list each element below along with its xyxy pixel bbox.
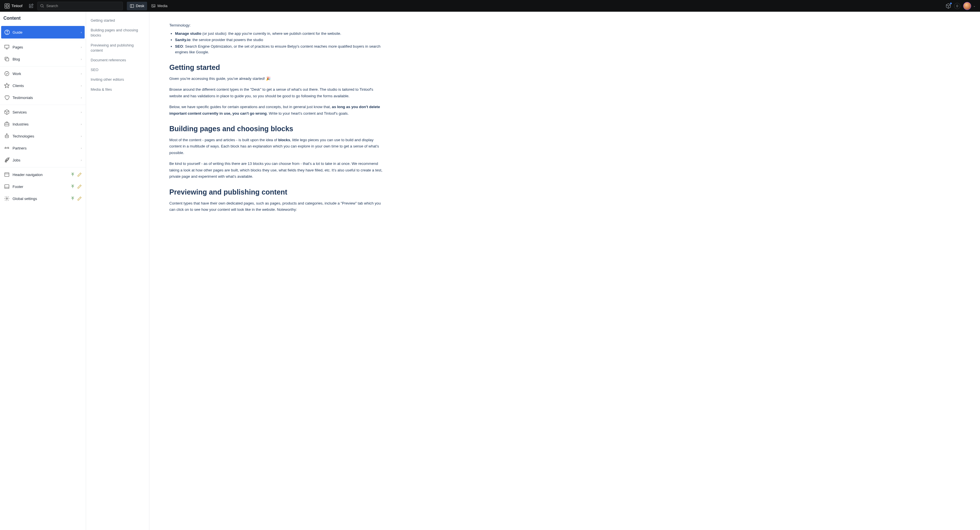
desk-icon bbox=[130, 4, 134, 8]
nav-media[interactable]: Media bbox=[148, 2, 170, 10]
paragraph: Content types that have their own dedica… bbox=[169, 200, 386, 213]
guide-toc: Getting startedBuilding pages and choosi… bbox=[86, 12, 150, 530]
sidebar-item-technologies[interactable]: Technologies› bbox=[1, 130, 85, 142]
toc-item[interactable]: Document references bbox=[89, 55, 146, 65]
search-input[interactable] bbox=[46, 4, 120, 8]
sidebar-item-label: Clients bbox=[13, 84, 81, 88]
user-avatar[interactable] bbox=[963, 2, 971, 10]
sidebar-item-guide[interactable]: Guide› bbox=[1, 26, 85, 38]
presentation-icon bbox=[4, 44, 13, 50]
publish-icon[interactable] bbox=[70, 196, 75, 201]
terminology-item: Manage studio (or just studio): the app … bbox=[175, 31, 386, 37]
nav-desk[interactable]: Desk bbox=[127, 2, 147, 10]
check-circle-icon bbox=[4, 71, 13, 77]
publish-icon[interactable] bbox=[70, 172, 75, 177]
copy-icon bbox=[4, 56, 13, 62]
svg-point-15 bbox=[5, 72, 9, 76]
notification-dot bbox=[950, 3, 952, 4]
paragraph: Given you're accessing this guide, you'v… bbox=[169, 76, 386, 82]
toc-item[interactable]: Previewing and publishing content bbox=[89, 40, 146, 55]
sidebar-item-label: Pages bbox=[13, 45, 81, 49]
count-badge[interactable]: 0 bbox=[954, 3, 960, 9]
sidebar-item-label: Footer bbox=[13, 185, 70, 189]
brand-name: Tinloof bbox=[11, 4, 22, 8]
chevron-right-icon: › bbox=[81, 30, 82, 34]
edit-icon[interactable] bbox=[77, 196, 82, 201]
sidebar-item-pages[interactable]: Pages› bbox=[1, 41, 85, 53]
chevron-right-icon: › bbox=[81, 84, 82, 87]
paragraph: Below, we have specific guides for certa… bbox=[169, 104, 386, 117]
chevron-right-icon: › bbox=[81, 45, 82, 49]
topbar: Tinloof Desk Media 0 ⌄ bbox=[0, 0, 980, 12]
heading-getting-started: Getting started bbox=[169, 63, 386, 72]
compose-button[interactable] bbox=[27, 2, 36, 11]
edit-icon[interactable] bbox=[77, 184, 82, 189]
paragraph: Most of the content - pages and articles… bbox=[169, 137, 386, 156]
toc-item[interactable]: Building pages and choosing blocks bbox=[89, 26, 146, 40]
nav-desk-label: Desk bbox=[136, 4, 145, 8]
search-icon bbox=[40, 4, 44, 8]
toc-item[interactable]: Media & files bbox=[89, 85, 146, 94]
search-box[interactable] bbox=[37, 2, 123, 10]
toc-item[interactable]: Inviting other editors bbox=[89, 75, 146, 85]
svg-rect-14 bbox=[6, 58, 9, 61]
chevron-right-icon: › bbox=[81, 134, 82, 138]
chevron-right-icon: › bbox=[81, 96, 82, 99]
svg-rect-20 bbox=[5, 135, 8, 138]
svg-line-2 bbox=[43, 6, 44, 7]
edit-icon[interactable] bbox=[77, 172, 82, 177]
sidebar-item-testimonials[interactable]: Testimonials› bbox=[1, 91, 85, 104]
heading-building-pages: Building pages and choosing blocks bbox=[169, 125, 386, 133]
sidebar-item-work[interactable]: Work› bbox=[1, 68, 85, 80]
sidebar-title: Content bbox=[0, 12, 86, 25]
layout-top-icon bbox=[4, 172, 13, 177]
content-sidebar: Content Guide›Pages›Blog›Work›Clients›Te… bbox=[0, 12, 86, 530]
brand-logo[interactable]: Tinloof bbox=[2, 3, 25, 8]
layout-bottom-icon bbox=[4, 184, 13, 189]
gear-icon bbox=[4, 196, 13, 201]
toc-item[interactable]: Getting started bbox=[89, 16, 146, 26]
toc-item[interactable]: SEO bbox=[89, 65, 146, 75]
sidebar-item-clients[interactable]: Clients› bbox=[1, 80, 85, 91]
sidebar-item-services[interactable]: Services› bbox=[1, 106, 85, 118]
document-content: Terminology: Manage studio (or just stud… bbox=[150, 12, 980, 530]
sidebar-item-label: Header navigation bbox=[13, 172, 70, 177]
svg-rect-29 bbox=[5, 185, 9, 188]
paragraph: Browse around the different content type… bbox=[169, 86, 386, 99]
media-icon bbox=[151, 4, 156, 8]
sidebar-item-jobs[interactable]: Jobs› bbox=[1, 154, 85, 166]
chevron-right-icon: › bbox=[81, 72, 82, 75]
top-nav: Desk Media bbox=[127, 2, 170, 10]
sidebar-item-header-nav[interactable]: Header navigation bbox=[1, 169, 85, 180]
sidebar-item-global-settings[interactable]: Global settings bbox=[1, 193, 85, 204]
sidebar-item-label: Industries bbox=[13, 122, 81, 126]
paragraph: Be kind to yourself - as of writing this… bbox=[169, 161, 386, 180]
chevron-right-icon: › bbox=[81, 146, 82, 150]
sidebar-item-industries[interactable]: Industries› bbox=[1, 118, 85, 130]
svg-rect-10 bbox=[5, 45, 9, 48]
rocket-icon bbox=[4, 157, 13, 163]
sidebar-item-blog[interactable]: Blog› bbox=[1, 53, 85, 65]
terminology-item: SEO: Search Engine Optimization, or the … bbox=[175, 44, 386, 55]
publish-icon[interactable] bbox=[70, 184, 75, 189]
heading-previewing: Previewing and publishing content bbox=[169, 188, 386, 196]
chevron-right-icon: › bbox=[81, 110, 82, 114]
chevron-right-icon: › bbox=[81, 57, 82, 61]
sidebar-item-label: Guide bbox=[13, 30, 81, 35]
sidebar-item-partners[interactable]: Partners› bbox=[1, 142, 85, 154]
terminology-list: Manage studio (or just studio): the app … bbox=[169, 31, 386, 55]
sidebar-item-label: Work bbox=[13, 72, 81, 76]
star-icon bbox=[4, 83, 13, 88]
sidebar-item-label: Partners bbox=[13, 146, 81, 150]
sidebar-item-footer[interactable]: Footer bbox=[1, 180, 85, 193]
topbar-right: 0 ⌄ bbox=[945, 2, 978, 10]
chevron-right-icon: › bbox=[81, 122, 82, 126]
package-status-icon[interactable] bbox=[945, 3, 951, 9]
svg-rect-3 bbox=[130, 4, 134, 7]
sidebar-item-label: Services bbox=[13, 110, 81, 114]
avatar-chevron-icon[interactable]: ⌄ bbox=[973, 4, 975, 7]
briefcase-icon bbox=[4, 121, 13, 127]
svg-marker-16 bbox=[5, 83, 10, 88]
svg-point-21 bbox=[6, 136, 6, 137]
sidebar-item-label: Global settings bbox=[13, 196, 70, 201]
